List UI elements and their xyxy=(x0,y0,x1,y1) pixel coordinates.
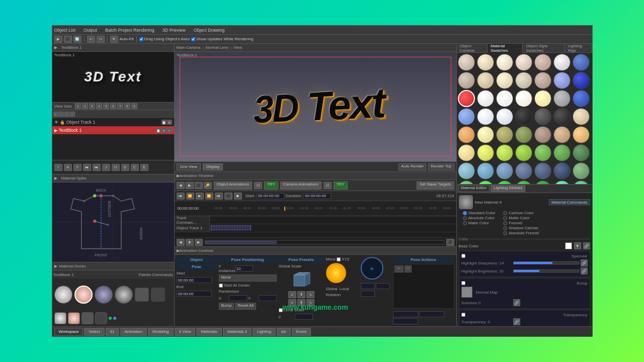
base-color-link[interactable]: 🔗 xyxy=(583,242,590,249)
bump-check[interactable] xyxy=(461,281,465,285)
mat-cell-44[interactable] xyxy=(496,162,513,179)
pose-num-1[interactable] xyxy=(361,283,375,289)
play-end-btn[interactable]: ⏭ xyxy=(215,193,223,200)
vs-btn-1[interactable]: 1 xyxy=(75,103,81,109)
duration-input[interactable] xyxy=(303,193,331,199)
mat-cell-30[interactable] xyxy=(496,126,513,143)
object-anim-btn[interactable]: Object Animations xyxy=(214,182,252,190)
anim-check-1[interactable]: ☑ xyxy=(254,182,262,189)
mat-cell-28[interactable] xyxy=(458,126,475,143)
mat-cell-31[interactable] xyxy=(515,126,532,143)
mat-cell-49[interactable] xyxy=(458,180,475,184)
anim-check-2[interactable]: ☑ xyxy=(324,182,332,189)
mat-cell-14[interactable] xyxy=(458,90,475,107)
transparency-check[interactable] xyxy=(461,313,465,317)
mat-cell-38[interactable] xyxy=(515,144,532,161)
track-content-1[interactable] xyxy=(210,224,456,232)
pose-val-1[interactable] xyxy=(393,311,418,317)
highlight-brightness-track[interactable] xyxy=(513,269,579,273)
vs-btn-2[interactable]: 2 xyxy=(82,103,88,109)
mat-cell-9[interactable] xyxy=(496,72,513,89)
strip-btn-4[interactable]: ⏮ xyxy=(83,164,91,171)
status-event[interactable]: Event xyxy=(292,328,311,336)
mat-swatch-2[interactable] xyxy=(95,286,113,304)
mat-cell-41[interactable] xyxy=(573,144,590,161)
vs-btn-7[interactable]: 7 xyxy=(117,103,123,109)
radio-dot-matte[interactable] xyxy=(463,221,467,225)
mat-cell-26[interactable] xyxy=(553,108,571,125)
tree-btn-down[interactable]: ↓ xyxy=(70,112,75,117)
radio-dot-absolute[interactable] xyxy=(463,216,467,220)
tree-btn-del[interactable]: - xyxy=(59,112,64,117)
mat-swatch-4[interactable] xyxy=(135,288,149,302)
render-top-btn[interactable]: Render Top xyxy=(428,163,454,170)
cube-nav-6[interactable]: ↘ xyxy=(306,299,314,306)
track-content-0[interactable] xyxy=(210,216,456,224)
mat-small-2[interactable] xyxy=(82,312,94,324)
strip-btn-5[interactable]: ⏭ xyxy=(93,164,101,171)
mat-cell-53[interactable] xyxy=(534,180,551,184)
mat-cell-36[interactable] xyxy=(477,144,494,161)
status-animation[interactable]: Animation xyxy=(120,328,147,336)
editor-tab-material[interactable]: Material Editor xyxy=(458,185,490,192)
mat-cell-19[interactable] xyxy=(553,90,571,107)
cube-nav-5[interactable]: ⬇ xyxy=(297,299,305,306)
base-color-swatch[interactable] xyxy=(565,242,572,249)
radio-dot-shadow[interactable] xyxy=(503,226,507,230)
mat-small-3[interactable] xyxy=(95,312,107,324)
menu-item-object-list[interactable]: Object List xyxy=(54,28,76,33)
scrub-2[interactable]: ■ xyxy=(186,239,194,246)
pose-gyro[interactable] xyxy=(361,257,383,280)
strip-btn-8[interactable]: G xyxy=(121,164,129,171)
arrows-btn[interactable]: ↔ xyxy=(394,265,404,273)
tree-btn-up[interactable]: ↑ xyxy=(64,112,69,117)
radio-dot-fresnel[interactable] xyxy=(503,221,507,225)
bump-btn[interactable]: Bump xyxy=(219,303,234,310)
local-scale-check[interactable] xyxy=(279,308,283,312)
mat-cell-25[interactable] xyxy=(534,108,551,125)
anim-tb-1[interactable]: ◀ xyxy=(177,182,185,189)
mat-cell-27[interactable] xyxy=(573,108,590,125)
show-updates-checkbox[interactable]: Show Updates While Rendering xyxy=(191,37,253,41)
base-color-pick[interactable]: ▼ xyxy=(574,242,581,249)
status-air[interactable]: Air xyxy=(277,328,291,336)
auto-render-btn[interactable]: Auto Render xyxy=(398,163,426,170)
material-commands-btn[interactable]: Material Commands xyxy=(549,199,590,205)
play-start-btn[interactable]: ⏮ xyxy=(177,193,185,200)
mat-small-0[interactable] xyxy=(54,312,66,324)
strip-btn-7[interactable]: U xyxy=(112,164,120,171)
pose-val-3[interactable] xyxy=(393,318,418,324)
toolbar-btn-2[interactable]: ⬛ xyxy=(64,36,72,43)
mat-cell-2[interactable] xyxy=(496,54,513,71)
tree-item-btn-1c[interactable]: ✕ xyxy=(167,128,172,133)
status-modeling[interactable]: Modeling xyxy=(148,328,173,336)
specular-link-2[interactable]: 🔗 xyxy=(581,267,588,275)
start-time-input[interactable] xyxy=(257,193,284,199)
radio-dot-cartoon[interactable] xyxy=(503,211,507,215)
toolbar-btn-1[interactable]: ▶ xyxy=(54,36,62,43)
square-btn[interactable]: □ xyxy=(405,265,412,273)
scrub-3[interactable]: ▶ xyxy=(195,239,203,246)
mat-cell-52[interactable] xyxy=(515,180,532,184)
mat-swatch-0[interactable] xyxy=(54,286,72,304)
strip-btn-6[interactable]: J xyxy=(102,164,110,171)
mat-cell-20[interactable] xyxy=(573,90,590,107)
strip-btn-2[interactable]: A xyxy=(64,164,72,171)
instances-input[interactable] xyxy=(235,265,253,272)
mat-cell-8[interactable] xyxy=(477,72,494,89)
mat-cell-51[interactable] xyxy=(496,180,513,184)
viewport-3d-area[interactable]: TextBlock:1 3D Text xyxy=(175,52,456,161)
reset-btn[interactable]: Reset All xyxy=(235,303,256,310)
tree-item-btn-1b[interactable]: ⚙ xyxy=(162,128,167,133)
x-input[interactable] xyxy=(229,295,247,301)
pose-start-input[interactable] xyxy=(177,277,212,283)
menu-item-object-drawing[interactable]: Object Drawing xyxy=(194,28,225,33)
y-input[interactable] xyxy=(259,295,277,301)
toolbar-btn-5[interactable]: ↪ xyxy=(97,36,105,43)
cube-nav-3[interactable]: ↘ xyxy=(306,291,314,298)
mat-cell-15[interactable] xyxy=(477,90,494,107)
mat-small-1[interactable] xyxy=(68,312,80,324)
anim-tb-3[interactable]: ⬛ xyxy=(195,182,203,189)
tab-object-controls[interactable]: Object Controls xyxy=(457,44,488,53)
mat-cell-23[interactable] xyxy=(496,108,513,125)
